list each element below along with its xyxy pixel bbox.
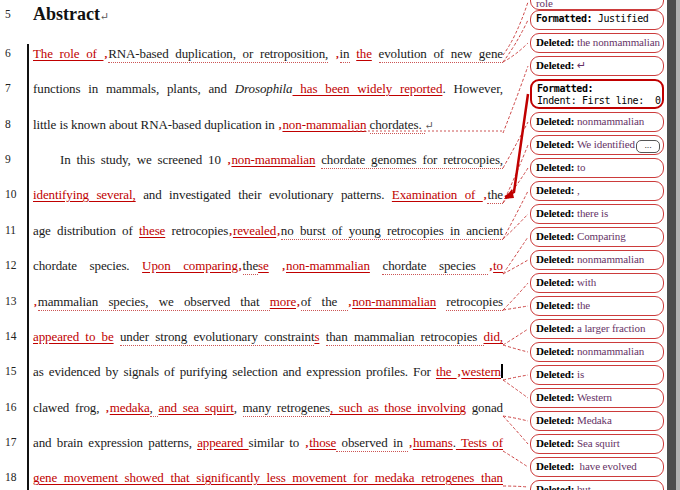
inserted-text: these	[139, 223, 165, 238]
line-number: 10	[5, 188, 25, 200]
deletion-leader-text: under strong evolutionary constraint	[120, 329, 315, 346]
bubble-change-text: ↵	[577, 59, 586, 71]
deletion-anchor-icon: ,	[409, 437, 412, 449]
body-text: clawed frog,	[33, 400, 105, 415]
deleted-change-bubble[interactable]: Deleted: to	[530, 158, 664, 178]
paragraph-mark-icon: ↵	[100, 10, 109, 22]
formatted-change-bubble[interactable]: Formatted: Justified	[530, 10, 664, 30]
deleted-change-bubble[interactable]: Deleted: Sea squirt	[530, 434, 664, 454]
document-line-15[interactable]: as evidenced by signals of purifying sel…	[33, 364, 503, 384]
body-text	[436, 294, 446, 309]
inserted-text: to	[493, 258, 503, 273]
inserted-text: medaka	[110, 400, 150, 415]
inserted-text: revealed	[233, 223, 276, 238]
deleted-change-bubble[interactable]: Deleted: have evolved	[530, 457, 664, 477]
body-text	[319, 329, 325, 344]
document-line-18[interactable]: gene movement showed that significantly …	[33, 470, 503, 490]
bubble-label: Formatted:	[537, 83, 599, 94]
deleted-change-bubble[interactable]: Deleted: but	[530, 480, 664, 490]
bubble-change-text: but	[577, 483, 591, 490]
line-number: 5	[5, 8, 25, 20]
deleted-change-bubble[interactable]: Deleted: ,	[530, 181, 664, 201]
deletion-leader-text: many retrogenes	[243, 400, 330, 417]
bubble-change-text: a larger fraction	[577, 322, 645, 334]
bubble-label: Deleted:	[536, 345, 577, 357]
deleted-change-bubble[interactable]: Deleted: a larger fraction	[530, 319, 664, 339]
deleted-change-bubble[interactable]: Deleted: Comparing	[530, 227, 664, 247]
deletion-leader-text: the	[487, 187, 503, 204]
deleted-change-bubble[interactable]: Deleted: there is	[530, 204, 664, 224]
bubble-change-text: nonmammalian	[577, 345, 644, 357]
italic-text: Drosophila	[235, 81, 293, 96]
inserted-text: non-mammalian	[231, 152, 315, 167]
document-line-17[interactable]: and brain expression patterns, appeared …	[33, 435, 503, 455]
document-line-7[interactable]: functions in mammals, plants, and Drosop…	[33, 81, 503, 101]
deletion-leader-text: RNA-based duplication, or retroposition,	[108, 46, 328, 63]
deletion-leader-text: in	[340, 46, 350, 63]
document-line-13[interactable]: ,mammalian species, we observed that mor…	[33, 294, 503, 314]
deletion-leader-text: evolution of new gene	[379, 46, 503, 63]
bubble-label: Deleted:	[536, 184, 577, 196]
bubble-label: Deleted:	[536, 253, 577, 265]
body-text: . However,	[442, 81, 503, 96]
deleted-change-bubble[interactable]: role	[530, 0, 664, 10]
document-line-12[interactable]: chordate species. Upon comparing,these ,…	[33, 258, 503, 278]
deletion-anchor-icon: ,	[228, 154, 231, 166]
deletion-leader-text: the	[243, 258, 259, 275]
deleted-change-bubble[interactable]: Deleted: We identified...	[530, 135, 664, 155]
bubble-change-text: is	[577, 368, 584, 380]
bubble-label: Deleted:	[536, 460, 577, 472]
body-text: and investigated their evolutionary patt…	[136, 187, 392, 202]
bubble-label: Deleted:	[536, 138, 577, 150]
inserted-text: western	[461, 364, 501, 379]
inserted-text: identifying several,	[33, 187, 136, 202]
deleted-change-bubble[interactable]: Deleted: is	[530, 365, 664, 385]
deleted-change-bubble[interactable]: Deleted: nonmammalian	[530, 250, 664, 270]
line-number: 13	[5, 295, 25, 307]
body-text	[114, 329, 120, 344]
inserted-text: humans	[413, 435, 453, 450]
bubble-label: Formatted:	[536, 13, 598, 24]
line-number: 7	[5, 82, 25, 94]
deleted-change-bubble[interactable]: Deleted: nonmammalian	[530, 112, 664, 132]
bubble-change-text: the nonmammalian	[577, 36, 660, 48]
deletion-anchor-icon: ,	[104, 48, 107, 60]
deleted-change-bubble[interactable]: Deleted: Western	[530, 388, 664, 408]
bubble-change-text: Comparing	[577, 230, 626, 242]
window-edge-dark	[667, 0, 676, 490]
deleted-change-bubble[interactable]: Deleted: with	[530, 273, 664, 293]
document-line-6[interactable]: The role of ,RNA-based duplication, or r…	[33, 46, 503, 66]
deleted-change-bubble[interactable]: Deleted: Medaka	[530, 411, 664, 431]
deletion-anchor-icon: ,	[282, 260, 285, 272]
bubble-label: Deleted:	[536, 322, 577, 334]
bubble-change-text: Western	[577, 391, 612, 403]
document-line-11[interactable]: age distribution of these retrocopies,re…	[33, 223, 503, 243]
paragraph-mark-icon: ↵	[425, 119, 434, 131]
bubble-label: Deleted:	[536, 483, 577, 490]
document-line-8[interactable]: little is known about RNA-based duplicat…	[33, 117, 503, 137]
line-number: 12	[5, 259, 25, 271]
body-text	[269, 258, 282, 273]
body-text: functions in mammals, plants, and	[33, 81, 235, 96]
deleted-change-bubble[interactable]: Deleted: the nonmammalian	[530, 33, 664, 53]
deleted-change-bubble[interactable]: Deleted: nonmammalian	[530, 342, 664, 362]
formatted-change-bubble[interactable]: Formatted: Indent: First line: 0.74 cm	[530, 79, 664, 109]
deletion-anchor-icon: ,	[277, 225, 280, 237]
inserted-text: non-mammalian	[282, 117, 366, 132]
deletion-anchor-icon: ,	[484, 189, 487, 201]
bubble-ellipsis-button[interactable]: ...	[636, 140, 660, 153]
document-line-9[interactable]: In this study, we screened 10 ,non-mamma…	[33, 152, 503, 172]
deleted-change-bubble[interactable]: Deleted: the	[530, 296, 664, 316]
inserted-text: appeared	[197, 435, 248, 450]
document-line-14[interactable]: appeared to be under strong evolutionary…	[33, 329, 503, 349]
line-number: 11	[5, 224, 25, 236]
inserted-text: Examination of	[392, 187, 483, 202]
deletion-anchor-icon: ,	[336, 48, 339, 60]
document-line-10[interactable]: identifying several, and investigated th…	[33, 187, 503, 207]
deleted-change-bubble[interactable]: Deleted: ↵	[530, 56, 664, 76]
inserted-text: appeared to be	[33, 329, 114, 344]
inserted-text: has been widely reported	[293, 81, 443, 96]
bubble-change-text: with	[577, 276, 596, 288]
document-line-16[interactable]: clawed frog, ,medaka, and sea squirt, ma…	[33, 400, 503, 420]
bubble-change-text: Sea squirt	[577, 437, 620, 449]
